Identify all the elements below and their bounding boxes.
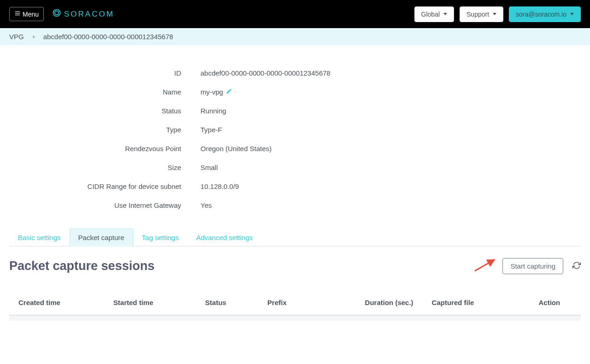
breadcrumb-current: abcdef00-0000-0000-0000-000012345678 (43, 33, 173, 41)
detail-value-type: Type-F (201, 126, 222, 134)
col-started: Started time (104, 290, 196, 315)
caret-down-icon (443, 13, 447, 15)
col-action: Action (518, 290, 581, 315)
detail-value-status: Running (201, 107, 226, 115)
support-dropdown[interactable]: Support (460, 6, 503, 22)
refresh-icon[interactable] (572, 261, 581, 271)
menu-label: Menu (23, 11, 39, 18)
detail-value-size: Small (201, 164, 218, 171)
table-empty-row (9, 315, 581, 321)
svg-point-3 (53, 10, 60, 17)
detail-value-id: abcdef00-0000-0000-0000-000012345678 (201, 69, 330, 77)
col-duration: Duration (sec.) (318, 290, 423, 315)
top-nav: Menu SORACOM Global Support sora@soracom… (0, 0, 590, 28)
tab-advanced-settings[interactable]: Advanced settings (188, 229, 262, 247)
col-status: Status (196, 290, 258, 315)
global-dropdown[interactable]: Global (414, 6, 454, 22)
col-prefix: Prefix (258, 290, 317, 315)
main-content: ID abcdef00-0000-0000-0000-000012345678 … (0, 45, 590, 330)
detail-value-rendezvous: Oregon (United States) (201, 145, 271, 153)
brand-text: SORACOM (64, 10, 114, 19)
detail-label-type: Type (9, 126, 201, 134)
user-email: sora@soracom.io (516, 11, 566, 18)
detail-value-cidr: 10.128.0.0/9 (201, 182, 239, 190)
breadcrumb: VPG abcdef00-0000-0000-0000-000012345678 (0, 28, 590, 45)
tabs: Basic settings Packet capture Tag settin… (9, 229, 581, 247)
tab-tag-settings[interactable]: Tag settings (133, 229, 188, 247)
start-capturing-button[interactable]: Start capturing (502, 258, 563, 274)
chevron-right-icon (31, 33, 36, 41)
hamburger-icon (14, 10, 21, 18)
section-title: Packet capture sessions (9, 259, 154, 273)
detail-label-id: ID (9, 69, 201, 77)
support-label: Support (466, 11, 489, 18)
brand-icon (52, 8, 61, 20)
global-label: Global (421, 11, 440, 18)
menu-button[interactable]: Menu (9, 7, 44, 21)
detail-label-cidr: CIDR Range for device subnet (9, 182, 201, 190)
col-created: Created time (9, 290, 104, 315)
tab-packet-capture[interactable]: Packet capture (70, 229, 133, 247)
section-header: Packet capture sessions Start capturing (9, 258, 581, 274)
tab-basic-settings[interactable]: Basic settings (9, 229, 70, 247)
vpg-details: ID abcdef00-0000-0000-0000-000012345678 … (9, 64, 470, 215)
brand-logo[interactable]: SORACOM (52, 8, 114, 20)
caret-down-icon (493, 13, 496, 15)
detail-label-status: Status (9, 107, 201, 115)
detail-label-size: Size (9, 164, 201, 171)
edit-icon[interactable] (226, 88, 232, 96)
caret-down-icon (570, 13, 574, 15)
detail-label-name: Name (9, 88, 201, 96)
detail-value-name: my-vpg (201, 88, 223, 96)
detail-value-igw: Yes (201, 201, 212, 209)
col-file: Captured file (423, 290, 518, 315)
detail-label-rendezvous: Rendezvous Point (9, 145, 201, 153)
breadcrumb-root[interactable]: VPG (9, 33, 24, 41)
sessions-table: Created time Started time Status Prefix … (9, 290, 581, 321)
user-dropdown[interactable]: sora@soracom.io (509, 6, 581, 22)
detail-label-igw: Use Internet Gateway (9, 201, 201, 209)
